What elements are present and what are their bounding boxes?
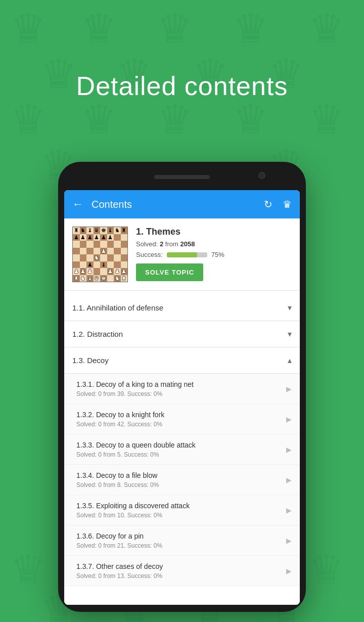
list-item[interactable]: 1.3.2. Decoy to a knight fork Solved: 0 …	[64, 404, 300, 434]
butterfly-icon[interactable]: ♛	[283, 198, 292, 210]
chevron-down-icon: ▾	[288, 329, 292, 339]
play-icon: ▶	[286, 537, 292, 545]
success-percent: 75%	[211, 251, 224, 258]
sub-item-title: 1.3.5. Exploiting a discovered attack	[76, 501, 282, 511]
app-bar: ← Contents ↻ ♛	[64, 190, 300, 218]
app-bar-title: Contents	[92, 199, 256, 210]
list-item[interactable]: 1.3.4. Decoy to a file blow Solved: 0 fr…	[64, 465, 300, 495]
content-area: ♜♞♝♛♚♝♞♜♟♟♟♟♟♟♟♞♟♝♟♟♟♟♟♟♜♞♝♛♚♞♜ 1. Theme…	[64, 218, 300, 605]
sub-item-subtitle: Solved: 0 from 21. Success: 0%	[76, 542, 282, 549]
topic-info: 1. Themes Solved: 2 from 2058 Success: 7…	[136, 227, 292, 282]
sub-item-subtitle: Solved: 0 from 39. Success: 0%	[76, 390, 282, 397]
list-item[interactable]: 1.3.5. Exploiting a discovered attack So…	[64, 495, 300, 525]
sub-item-title: 1.3.6. Decoy for a pin	[76, 531, 282, 542]
progress-bar-fill	[167, 252, 197, 257]
chevron-down-icon: ▾	[288, 303, 292, 313]
phone-notch	[60, 164, 304, 190]
sub-item-info: 1.3.7. Other cases of decoy Solved: 0 fr…	[76, 562, 282, 580]
phone-speaker	[154, 175, 210, 179]
refresh-icon[interactable]: ↻	[264, 198, 272, 210]
progress-bar	[167, 252, 207, 257]
play-icon: ▶	[286, 385, 292, 393]
play-icon: ▶	[286, 415, 292, 423]
sub-item-info: 1.3.1. Decoy of a king to a mating net S…	[76, 380, 282, 398]
play-icon: ▶	[286, 567, 292, 575]
section-1-3-title: 1.3. Decoy	[72, 356, 109, 365]
sub-item-subtitle: Solved: 0 from 8. Success: 0%	[76, 481, 282, 488]
solve-topic-button[interactable]: SOLVE TOPIC	[136, 263, 203, 281]
sub-item-title: 1.3.1. Decoy of a king to a mating net	[76, 380, 282, 390]
sub-item-title: 1.3.7. Other cases of decoy	[76, 562, 282, 572]
section-1-1-title: 1.1. Annihilation of defense	[72, 303, 163, 312]
sub-item-subtitle: Solved: 0 from 13. Success: 0%	[76, 572, 282, 580]
success-label: Success:	[136, 251, 163, 258]
list-item[interactable]: 1.3.7. Other cases of decoy Solved: 0 fr…	[64, 556, 300, 586]
sub-item-info: 1.3.5. Exploiting a discovered attack So…	[76, 501, 282, 519]
play-icon: ▶	[286, 446, 292, 454]
section-1-1[interactable]: 1.1. Annihilation of defense ▾	[64, 295, 300, 321]
section-1-3[interactable]: 1.3. Decoy ▴	[64, 347, 300, 374]
sub-item-info: 1.3.4. Decoy to a file blow Solved: 0 fr…	[76, 471, 282, 489]
list-item[interactable]: 1.3.1. Decoy of a king to a mating net S…	[64, 374, 300, 404]
sub-item-subtitle: Solved: 0 from 10. Success: 0%	[76, 512, 282, 519]
success-row: Success: 75%	[136, 251, 292, 258]
phone-frame: ← Contents ↻ ♛ ♜♞♝♛♚♝♞♜♟♟♟♟♟♟♟♞♟♝♟♟♟♟♟♟♜…	[58, 162, 306, 612]
sub-item-title: 1.3.3. Decoy to a queen double attack	[76, 440, 282, 451]
list-item[interactable]: 1.3.6. Decoy for a pin Solved: 0 from 21…	[64, 525, 300, 556]
phone-screen: ← Contents ↻ ♛ ♜♞♝♛♚♝♞♜♟♟♟♟♟♟♟♞♟♝♟♟♟♟♟♟♜…	[64, 190, 300, 605]
sub-item-title: 1.3.4. Decoy to a file blow	[76, 471, 282, 481]
topic-title: 1. Themes	[136, 227, 292, 237]
page-title: Detailed contents	[0, 71, 364, 101]
chess-board-thumbnail: ♜♞♝♛♚♝♞♜♟♟♟♟♟♟♟♞♟♝♟♟♟♟♟♟♜♞♝♛♚♞♜	[72, 227, 128, 282]
sub-item-info: 1.3.2. Decoy to a knight fork Solved: 0 …	[76, 410, 282, 428]
section-1-2[interactable]: 1.2. Distraction ▾	[64, 321, 300, 347]
play-icon: ▶	[286, 506, 292, 514]
sub-item-title: 1.3.2. Decoy to a knight fork	[76, 410, 282, 420]
sub-item-info: 1.3.3. Decoy to a queen double attack So…	[76, 440, 282, 459]
chevron-up-icon: ▴	[288, 356, 292, 365]
app-bar-icons: ↻ ♛	[264, 198, 292, 210]
sub-item-info: 1.3.6. Decoy for a pin Solved: 0 from 21…	[76, 531, 282, 550]
topic-solved-count: Solved: 2 from 2058	[136, 240, 292, 248]
list-item[interactable]: 1.3.3. Decoy to a queen double attack So…	[64, 434, 300, 465]
sub-item-subtitle: Solved: 0 from 42. Success: 0%	[76, 421, 282, 428]
topic-card: ♜♞♝♛♚♝♞♜♟♟♟♟♟♟♟♞♟♝♟♟♟♟♟♟♜♞♝♛♚♞♜ 1. Theme…	[64, 218, 300, 291]
sub-item-subtitle: Solved: 0 from 5. Success: 0%	[76, 451, 282, 458]
phone-camera	[258, 172, 265, 179]
back-button[interactable]: ←	[72, 198, 83, 211]
section-1-2-title: 1.2. Distraction	[72, 330, 123, 338]
play-icon: ▶	[286, 476, 292, 484]
